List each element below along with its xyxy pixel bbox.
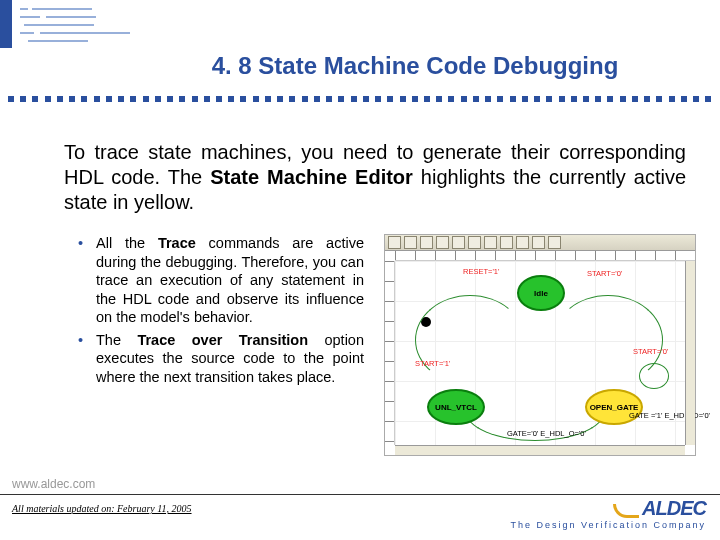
footer: www.aldec.com All materials updated on: … — [0, 494, 720, 540]
transition-label: START='0' — [587, 269, 622, 278]
tool-icon — [500, 236, 513, 249]
bullet-list: • All the Trace commands are active duri… — [78, 234, 364, 390]
transition-label: START='1' — [415, 359, 450, 368]
tool-icon — [420, 236, 433, 249]
tool-icon — [436, 236, 449, 249]
tool-icon — [548, 236, 561, 249]
transition-arc — [415, 295, 525, 385]
ruler-horizontal — [395, 251, 695, 261]
logo-swoosh-icon — [613, 504, 639, 518]
tool-icon — [452, 236, 465, 249]
bullet-bold: Trace — [158, 235, 196, 251]
intro-bold: State Machine Editor — [210, 166, 413, 188]
diagram-canvas: Idle UNL_VTCL OPEN_GATE RESET='1' START=… — [395, 261, 685, 445]
brand-name: ALDEC — [510, 497, 706, 520]
brand-text: ALDEC — [642, 497, 706, 520]
tool-icon — [484, 236, 497, 249]
tool-icon — [516, 236, 529, 249]
transition-label: START='0' — [633, 347, 668, 356]
bullet-text: The Trace over Transition option execute… — [96, 331, 364, 387]
tool-icon — [404, 236, 417, 249]
intro-paragraph: To trace state machines, you need to gen… — [64, 140, 686, 215]
tool-icon — [532, 236, 545, 249]
bullet-text: All the Trace commands are active during… — [96, 234, 364, 327]
guard-label: GATE='0' E_HDL_O='0' — [507, 429, 586, 438]
state-idle: Idle — [517, 275, 565, 311]
bullet-item: • All the Trace commands are active duri… — [78, 234, 364, 327]
bullet-pre: All the — [96, 235, 158, 251]
header-band — [0, 0, 720, 48]
ruler-vertical — [385, 261, 395, 445]
bullet-bold: Trace over Transition — [137, 332, 308, 348]
self-loop-arc — [639, 363, 669, 389]
bullet-pre: The — [96, 332, 137, 348]
brand-tagline: The Design Verification Company — [510, 520, 706, 530]
divider-dots — [0, 96, 720, 106]
state-machine-diagram: Idle UNL_VTCL OPEN_GATE RESET='1' START=… — [384, 234, 696, 456]
transition-label: RESET='1' — [463, 267, 499, 276]
tool-icon — [468, 236, 481, 249]
bullet-item: • The Trace over Transition option execu… — [78, 331, 364, 387]
bullet-marker: • — [78, 234, 96, 327]
bullet-marker: • — [78, 331, 96, 387]
footer-updated: All materials updated on: February 11, 2… — [12, 503, 192, 514]
decorative-corner — [20, 6, 140, 42]
state-unl-vtcl: UNL_VTCL — [427, 389, 485, 425]
slide-title: 4. 8 State Machine Code Debugging — [0, 52, 720, 80]
scrollbar-vertical — [685, 261, 695, 445]
footer-website: www.aldec.com — [12, 477, 95, 491]
diagram-toolbar — [385, 235, 695, 251]
guard-label: GATE ='1' E_HDL_O='0' — [629, 411, 710, 420]
scrollbar-horizontal — [395, 445, 685, 455]
footer-logo: ALDEC The Design Verification Company — [510, 497, 706, 530]
tool-icon — [388, 236, 401, 249]
